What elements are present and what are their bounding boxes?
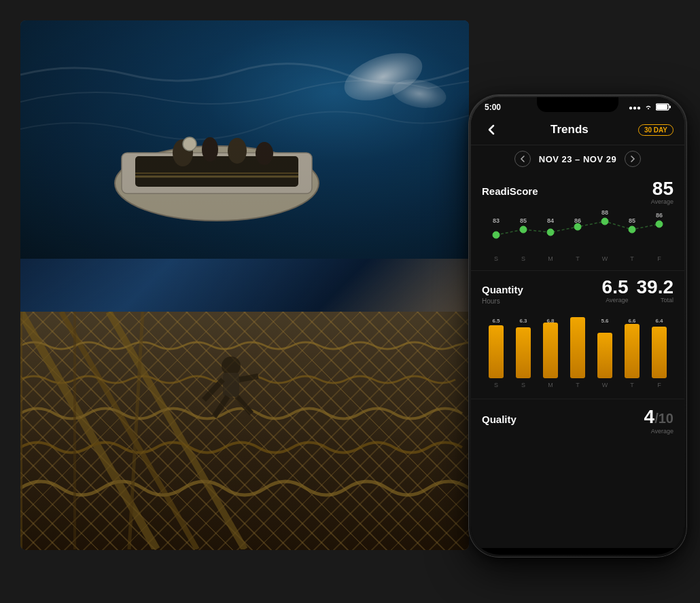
svg-text:T: T bbox=[630, 255, 634, 262]
quantity-values: 6.5 Average 39.2 Total bbox=[602, 278, 673, 304]
quantity-total: 39.2 bbox=[637, 278, 674, 297]
readiscore-value: 85 bbox=[651, 179, 673, 198]
svg-rect-59 bbox=[652, 327, 667, 378]
app-content: Trends 30 DAY NOV 23 – NOV 29 bbox=[471, 115, 684, 548]
svg-text:M: M bbox=[548, 382, 553, 388]
quantity-chart-svg: 6.5 6.3 6.8 7.5 5.6 6.6 6.4 bbox=[482, 310, 673, 392]
svg-point-29 bbox=[547, 229, 554, 236]
quality-title: Quality bbox=[482, 414, 517, 425]
svg-text:S: S bbox=[494, 382, 498, 388]
readiscore-value-group: 85 Average bbox=[651, 179, 673, 205]
svg-text:W: W bbox=[602, 382, 608, 388]
svg-text:6.5: 6.5 bbox=[492, 318, 500, 324]
quantity-average-label: Average bbox=[602, 297, 629, 304]
svg-text:W: W bbox=[602, 255, 608, 262]
quantity-total-label: Total bbox=[637, 297, 674, 304]
svg-rect-57 bbox=[597, 333, 612, 378]
quantity-title: Quantity bbox=[482, 284, 523, 295]
svg-text:84: 84 bbox=[547, 217, 554, 224]
signal-icon: ●●● bbox=[629, 104, 641, 111]
quality-header: Quality 4 /10 Average bbox=[482, 406, 673, 435]
svg-text:85: 85 bbox=[520, 217, 527, 224]
date-navigation: NOV 23 – NOV 29 bbox=[471, 145, 684, 172]
svg-text:6.4: 6.4 bbox=[655, 318, 663, 324]
svg-text:S: S bbox=[494, 255, 498, 262]
quantity-unit: Hours bbox=[482, 297, 523, 305]
quantity-average: 6.5 bbox=[602, 278, 629, 297]
quantity-section: Quantity Hours 6.5 Average 39.2 Total bbox=[471, 271, 684, 399]
svg-text:6.3: 6.3 bbox=[519, 318, 527, 324]
svg-text:86: 86 bbox=[656, 212, 663, 219]
readiscore-label: Average bbox=[651, 198, 673, 205]
phone-device: 5:00 ●●● bbox=[469, 95, 686, 557]
quality-value-group: 4 /10 Average bbox=[644, 406, 673, 435]
svg-text:S: S bbox=[521, 255, 525, 262]
svg-point-31 bbox=[574, 223, 581, 230]
svg-text:T: T bbox=[630, 382, 634, 388]
svg-text:6.6: 6.6 bbox=[628, 318, 636, 324]
svg-rect-58 bbox=[625, 324, 640, 378]
svg-point-37 bbox=[656, 221, 663, 227]
svg-text:T: T bbox=[576, 255, 580, 262]
svg-text:86: 86 bbox=[574, 217, 581, 224]
quality-score: 4 bbox=[644, 406, 655, 428]
svg-text:F: F bbox=[657, 255, 661, 262]
quality-denominator: /10 bbox=[654, 411, 673, 426]
photo-overlay bbox=[20, 20, 469, 550]
svg-rect-23 bbox=[657, 105, 667, 109]
svg-text:85: 85 bbox=[629, 217, 635, 224]
page-title: Trends bbox=[550, 123, 589, 136]
date-range-label: NOV 23 – NOV 29 bbox=[539, 154, 616, 164]
readiscore-svg: 83 85 84 86 88 85 86 bbox=[482, 209, 673, 263]
day-badge[interactable]: 30 DAY bbox=[638, 124, 673, 136]
status-icons: ●●● bbox=[629, 103, 671, 112]
quality-label: Average bbox=[644, 428, 673, 435]
wifi-icon bbox=[644, 103, 653, 111]
svg-point-25 bbox=[493, 232, 500, 238]
svg-rect-24 bbox=[669, 105, 671, 108]
svg-point-35 bbox=[629, 226, 635, 233]
svg-text:83: 83 bbox=[493, 217, 500, 224]
readiscore-section: ReadiScore 85 Average 83 bbox=[471, 172, 684, 271]
phone-outer-shell: 5:00 ●●● bbox=[469, 95, 686, 557]
quality-section: Quality 4 /10 Average bbox=[471, 399, 684, 444]
app-header: Trends 30 DAY bbox=[471, 115, 684, 145]
readiscore-header: ReadiScore 85 Average bbox=[482, 179, 673, 205]
svg-text:F: F bbox=[657, 382, 661, 388]
quantity-header: Quantity Hours 6.5 Average 39.2 Total bbox=[482, 278, 673, 305]
quantity-average-group: 6.5 Average bbox=[602, 278, 629, 304]
svg-rect-53 bbox=[489, 325, 504, 378]
prev-date-button[interactable] bbox=[514, 151, 531, 167]
svg-text:T: T bbox=[576, 382, 580, 388]
battery-icon bbox=[656, 103, 671, 112]
svg-text:S: S bbox=[521, 382, 525, 388]
svg-rect-54 bbox=[516, 327, 531, 378]
svg-point-27 bbox=[520, 226, 527, 233]
svg-rect-55 bbox=[543, 323, 558, 378]
quality-score-display: 4 /10 bbox=[644, 406, 673, 428]
svg-text:88: 88 bbox=[601, 209, 608, 216]
status-time: 5:00 bbox=[485, 103, 501, 112]
next-date-button[interactable] bbox=[625, 151, 641, 167]
readiscore-chart: 83 85 84 86 88 85 86 bbox=[482, 209, 673, 263]
quantity-bar-chart: 6.5 6.3 6.8 7.5 5.6 6.6 6.4 bbox=[482, 310, 673, 392]
svg-rect-56 bbox=[570, 317, 585, 378]
phone-screen: 5:00 ●●● bbox=[471, 97, 684, 555]
phone-notch bbox=[537, 97, 618, 112]
background-photo bbox=[20, 20, 469, 550]
svg-text:M: M bbox=[548, 255, 553, 262]
readiscore-title: ReadiScore bbox=[482, 185, 538, 197]
quantity-total-group: 39.2 Total bbox=[637, 278, 674, 304]
svg-text:5.6: 5.6 bbox=[601, 318, 609, 324]
svg-point-33 bbox=[601, 218, 608, 225]
quantity-title-group: Quantity Hours bbox=[482, 284, 523, 305]
back-button[interactable] bbox=[482, 120, 501, 139]
